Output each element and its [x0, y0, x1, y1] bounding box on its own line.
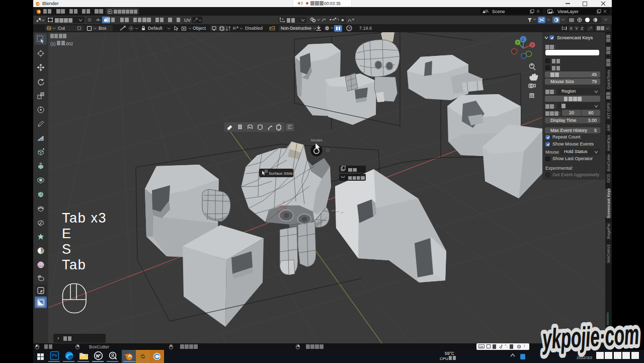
svg-text:ykpojie·com: ykpojie·com	[541, 318, 640, 355]
svg-text:13: 13	[563, 27, 567, 30]
svg-text:?: ?	[348, 26, 351, 31]
svg-text:X: X	[531, 43, 534, 47]
svg-text:Tab: Tab	[62, 257, 86, 272]
svg-text:Tab x3: Tab x3	[62, 210, 107, 226]
svg-text:S: S	[62, 242, 72, 257]
svg-text:Surface Slide: Surface Slide	[269, 171, 293, 176]
svg-text:E: E	[62, 226, 72, 241]
svg-text:Z: Z	[522, 38, 524, 41]
svg-text:Y: Y	[517, 41, 519, 44]
svg-text:Modes: Modes	[311, 138, 323, 142]
